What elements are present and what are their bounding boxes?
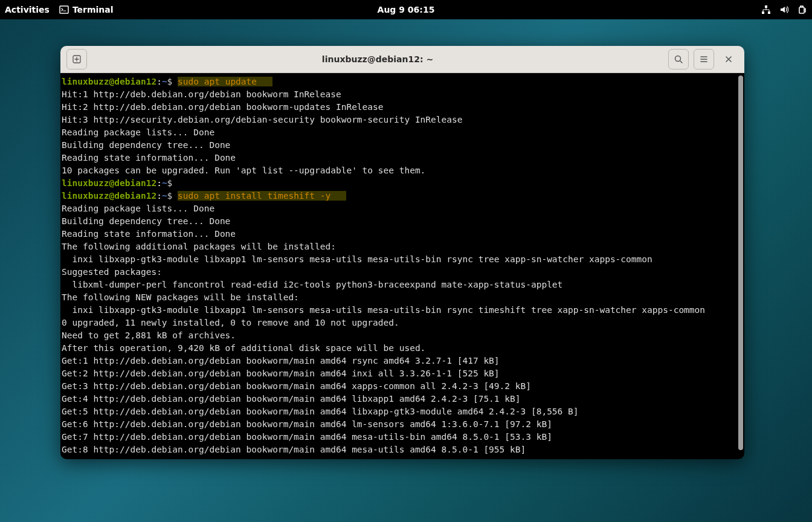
output-line: inxi libxapp-gtk3-module libxapp1 lm-sen…	[62, 305, 705, 315]
prompt-path: ~	[162, 77, 167, 86]
output-line: 0 upgraded, 11 newly installed, 0 to rem…	[62, 318, 399, 327]
output-line: Suggested packages:	[62, 267, 162, 277]
output-line: Get:7 http://deb.debian.org/debian bookw…	[62, 432, 552, 442]
power-icon[interactable]	[798, 5, 807, 14]
output-line: The following NEW packages will be insta…	[62, 292, 299, 302]
output-line: inxi libxapp-gtk3-module libxapp1 lm-sen…	[62, 254, 652, 264]
output-line: Get:2 http://deb.debian.org/debian bookw…	[62, 369, 500, 378]
output-line: Get:3 http://deb.debian.org/debian bookw…	[62, 381, 531, 391]
prompt-user: linuxbuzz@debian12	[62, 191, 156, 201]
output-line: Hit:2 http://deb.debian.org/debian bookw…	[62, 102, 384, 112]
output-line: Need to get 2,881 kB of archives.	[62, 330, 236, 340]
terminal-icon	[59, 5, 69, 14]
output-line: Hit:3 http://security.debian.org/debian-…	[62, 115, 462, 124]
output-line: Hit:1 http://deb.debian.org/debian bookw…	[62, 89, 341, 99]
output-line: Reading state information... Done	[62, 229, 236, 239]
prompt-user: linuxbuzz@debian12	[62, 77, 156, 86]
terminal-window: linuxbuzz@debian12: ~ linuxbuzz@debian12…	[60, 46, 744, 459]
prompt-colon: :	[156, 77, 162, 86]
close-button[interactable]	[719, 50, 738, 69]
window-title: linuxbuzz@debian12: ~	[88, 54, 667, 64]
svg-rect-1	[765, 5, 767, 8]
output-line: Get:8 http://deb.debian.org/debian bookw…	[62, 445, 526, 454]
output-line: Reading package lists... Done	[62, 127, 214, 137]
output-line: Reading package lists... Done	[62, 204, 214, 213]
output-line: Building dependency tree... Done	[62, 140, 230, 150]
output-line: After this operation, 9,420 kB of additi…	[62, 343, 425, 353]
title-bar: linuxbuzz@debian12: ~	[60, 46, 744, 73]
terminal-output[interactable]: linuxbuzz@debian12:~$ sudo apt update Hi…	[60, 73, 744, 459]
app-menu-label: Terminal	[72, 5, 114, 14]
command-2: sudo apt install timeshift -y	[178, 191, 330, 201]
output-line: Building dependency tree... Done	[62, 216, 230, 226]
svg-point-6	[675, 56, 681, 62]
output-line: The following additional packages will b…	[62, 242, 336, 251]
output-line: 10 packages can be upgraded. Run 'apt li…	[62, 166, 425, 175]
clock[interactable]: Aug 9 06:15	[378, 5, 435, 14]
svg-rect-3	[768, 11, 770, 14]
network-icon[interactable]	[761, 5, 771, 14]
activities-button[interactable]: Activities	[5, 5, 50, 14]
scrollbar[interactable]	[738, 76, 743, 450]
search-button[interactable]	[668, 49, 689, 69]
top-bar: Activities Terminal Aug 9 06:15	[0, 0, 812, 19]
output-line: libxml-dumper-perl fancontrol read-edid …	[62, 280, 562, 289]
new-tab-button[interactable]	[66, 49, 87, 69]
output-line: Reading state information... Done	[62, 153, 236, 163]
output-line: Get:6 http://deb.debian.org/debian bookw…	[62, 419, 552, 429]
output-line: Get:1 http://deb.debian.org/debian bookw…	[62, 356, 500, 366]
output-line: Get:4 http://deb.debian.org/debian bookw…	[62, 394, 521, 404]
volume-icon[interactable]	[779, 5, 789, 14]
app-menu[interactable]: Terminal	[59, 5, 114, 14]
prompt-user: linuxbuzz@debian12	[62, 178, 156, 188]
svg-rect-4	[799, 7, 804, 13]
output-line: Get:5 http://deb.debian.org/debian bookw…	[62, 407, 579, 416]
command-1: sudo apt update	[178, 77, 257, 86]
menu-button[interactable]	[694, 49, 714, 69]
svg-rect-0	[60, 6, 68, 13]
prompt-dollar: $	[167, 77, 173, 86]
svg-rect-2	[762, 11, 764, 14]
